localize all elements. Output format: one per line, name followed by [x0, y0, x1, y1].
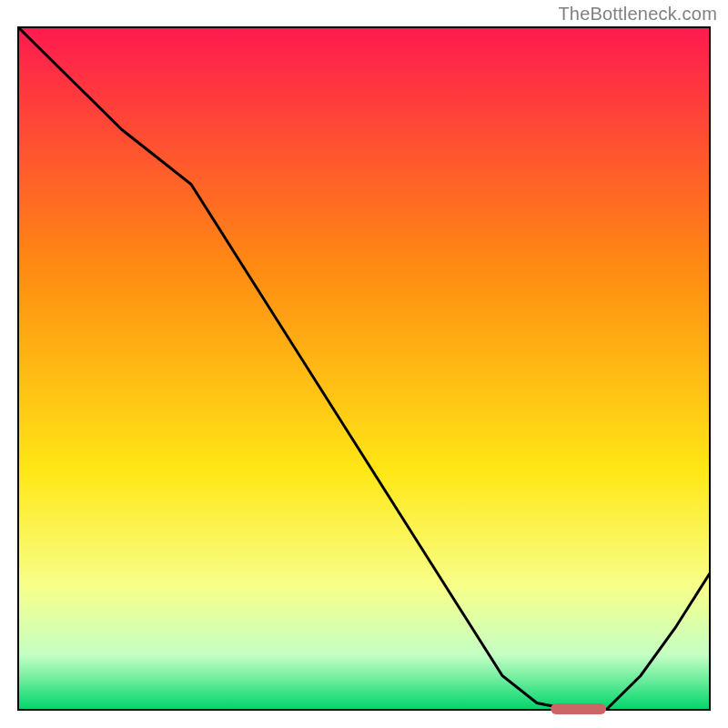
optimal-range-marker — [551, 703, 606, 714]
chart-container: TheBottleneck.com — [0, 0, 728, 728]
bottleneck-chart — [0, 0, 728, 728]
